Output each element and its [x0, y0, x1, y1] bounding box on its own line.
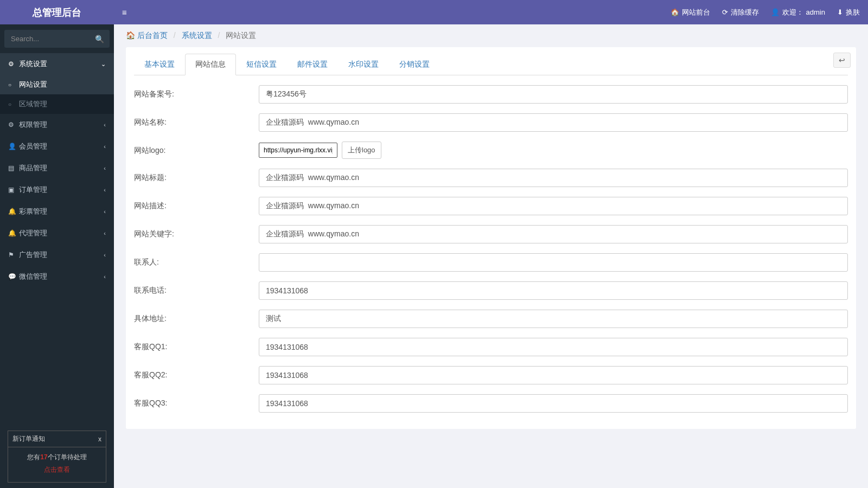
menu-toggle-icon[interactable]: ≡ — [122, 8, 127, 17]
refresh-icon: ⟳ — [722, 8, 728, 16]
topbar-user[interactable]: 👤 欢迎： admin — [771, 8, 825, 17]
input-phone[interactable] — [259, 281, 848, 300]
gear-icon: ⚙ — [8, 60, 19, 68]
gears-icon: ⚙ — [8, 121, 19, 129]
download-icon: ⬇ — [837, 8, 843, 16]
chevron-left-icon: ‹ — [104, 121, 106, 128]
search-input[interactable] — [4, 30, 110, 48]
search-box: 🔍 — [0, 24, 114, 53]
content: ↩ 基本设置 网站信息 短信设置 邮件设置 水印设置 分销设置 网站备案号: 网… — [114, 47, 868, 488]
upload-logo-button[interactable]: 上传logo — [342, 142, 381, 159]
input-site-logo[interactable] — [259, 143, 337, 158]
input-contact[interactable] — [259, 253, 848, 272]
breadcrumb-current: 网站设置 — [226, 31, 256, 40]
label-site-keywords: 网站关键字: — [134, 225, 259, 239]
label-contact: 联系人: — [134, 253, 259, 267]
input-qq1[interactable] — [259, 338, 848, 356]
sidebar-logo: 总管理后台 — [0, 0, 114, 24]
label-qq1: 客服QQ1: — [134, 338, 259, 352]
list-icon: ▣ — [8, 186, 19, 194]
notification-view-link[interactable]: 点击查看 — [12, 465, 101, 474]
sidebar: 总管理后台 🔍 ⚙ 系统设置 ⌄ ○ 网站设置 ○ 区域管理 — [0, 0, 114, 488]
tabs: 基本设置 网站信息 短信设置 邮件设置 水印设置 分销设置 — [134, 54, 848, 75]
notification-count: 17 — [40, 453, 47, 461]
label-site-desc: 网站描述: — [134, 197, 259, 211]
sidebar-item-system-settings[interactable]: ⚙ 系统设置 ⌄ — [0, 53, 114, 75]
sidebar-sub-site-settings[interactable]: ○ 网站设置 — [0, 75, 114, 94]
notification-title: 新订单通知 — [12, 434, 45, 444]
input-qq2[interactable] — [259, 366, 848, 384]
tab-site-info[interactable]: 网站信息 — [185, 54, 236, 75]
sidebar-item-label: 代理管理 — [19, 228, 47, 238]
notification-body: 您有17个订单待处理 点击查看 — [8, 447, 106, 482]
tab-watermark-settings[interactable]: 水印设置 — [338, 54, 389, 75]
chevron-left-icon: ‹ — [104, 208, 106, 215]
sidebar-item-agent[interactable]: 🔔 代理管理 ‹ — [0, 222, 114, 244]
input-address[interactable] — [259, 310, 848, 328]
flag-icon: ⚑ — [8, 251, 19, 259]
sidebar-item-label: 微信管理 — [19, 272, 47, 281]
label-phone: 联系电话: — [134, 281, 259, 296]
label-qq2: 客服QQ2: — [134, 366, 259, 380]
sidebar-item-lottery[interactable]: 🔔 彩票管理 ‹ — [0, 201, 114, 222]
back-button[interactable]: ↩ — [833, 53, 851, 68]
sidebar-sub-label: 网站设置 — [19, 80, 47, 89]
bell-icon: 🔔 — [8, 208, 19, 215]
input-site-desc[interactable] — [259, 197, 848, 215]
sidebar-item-advertise[interactable]: ⚑ 广告管理 ‹ — [0, 244, 114, 266]
topbar-frontend-link[interactable]: 🏠 网站前台 — [671, 8, 710, 17]
sidebar-item-label: 会员管理 — [19, 142, 47, 151]
input-site-keywords[interactable] — [259, 225, 848, 243]
breadcrumb-mid[interactable]: 系统设置 — [182, 31, 212, 40]
tab-distribution-settings[interactable]: 分销设置 — [389, 54, 440, 75]
sidebar-item-product[interactable]: ▤ 商品管理 ‹ — [0, 157, 114, 179]
sidebar-item-order[interactable]: ▣ 订单管理 ‹ — [0, 179, 114, 201]
sidebar-item-label: 订单管理 — [19, 185, 47, 195]
bell-icon: 🔔 — [8, 229, 19, 237]
input-record-no[interactable] — [259, 85, 848, 104]
sidebar-sub-region[interactable]: ○ 区域管理 — [0, 94, 114, 114]
chevron-down-icon: ⌄ — [101, 61, 106, 68]
sidebar-item-wechat[interactable]: 💬 微信管理 ‹ — [0, 266, 114, 287]
chevron-left-icon: ‹ — [104, 252, 106, 258]
breadcrumb-sep: / — [174, 31, 176, 40]
sidebar-item-member[interactable]: 👤 会员管理 ‹ — [0, 136, 114, 157]
tab-sms-settings[interactable]: 短信设置 — [236, 54, 287, 75]
topbar-skin[interactable]: ⬇ 换肤 — [837, 8, 860, 17]
tab-basic-settings[interactable]: 基本设置 — [134, 54, 185, 75]
label-qq3: 客服QQ3: — [134, 394, 259, 408]
wechat-icon: 💬 — [8, 273, 19, 280]
chevron-left-icon: ‹ — [104, 273, 106, 280]
topbar-clear-cache[interactable]: ⟳ 清除缓存 — [722, 8, 759, 17]
label-address: 具体地址: — [134, 310, 259, 324]
notification-text-pre: 您有 — [27, 453, 40, 461]
close-icon[interactable]: x — [98, 435, 101, 443]
breadcrumb-home[interactable]: 后台首页 — [137, 31, 168, 40]
user-icon: 👤 — [771, 8, 780, 16]
sidebar-item-label: 广告管理 — [19, 250, 47, 260]
circle-icon: ○ — [8, 82, 19, 88]
nav-menu: ⚙ 系统设置 ⌄ ○ 网站设置 ○ 区域管理 ⚙ 权限管理 ‹ 👤 — [0, 53, 114, 488]
breadcrumb: 🏠 后台首页 / 系统设置 / 网站设置 — [114, 24, 868, 47]
notification-text-post: 个订单待处理 — [48, 453, 87, 461]
search-icon[interactable]: 🔍 — [95, 35, 104, 43]
sidebar-item-label: 权限管理 — [19, 120, 47, 130]
chevron-left-icon: ‹ — [104, 230, 106, 236]
nav-submenu: ○ 网站设置 ○ 区域管理 — [0, 75, 114, 114]
input-site-title[interactable] — [259, 169, 848, 187]
tab-mail-settings[interactable]: 邮件设置 — [287, 54, 338, 75]
sidebar-item-label: 商品管理 — [19, 163, 47, 173]
chevron-left-icon: ‹ — [104, 165, 106, 171]
sidebar-item-permission[interactable]: ⚙ 权限管理 ‹ — [0, 114, 114, 136]
label-site-name: 网站名称: — [134, 113, 259, 127]
book-icon: ▤ — [8, 164, 19, 172]
topbar: ≡ 🏠 网站前台 ⟳ 清除缓存 👤 欢迎： admin ⬇ 换 — [114, 0, 868, 24]
input-site-name[interactable] — [259, 113, 848, 132]
chevron-left-icon: ‹ — [104, 187, 106, 193]
circle-icon: ○ — [8, 101, 19, 107]
input-qq3[interactable] — [259, 394, 848, 413]
panel: ↩ 基本设置 网站信息 短信设置 邮件设置 水印设置 分销设置 网站备案号: 网… — [126, 47, 856, 429]
notification-header: 新订单通知 x — [8, 431, 106, 447]
main-area: ≡ 🏠 网站前台 ⟳ 清除缓存 👤 欢迎： admin ⬇ 换 — [114, 0, 868, 488]
home-icon: 🏠 — [126, 31, 135, 40]
